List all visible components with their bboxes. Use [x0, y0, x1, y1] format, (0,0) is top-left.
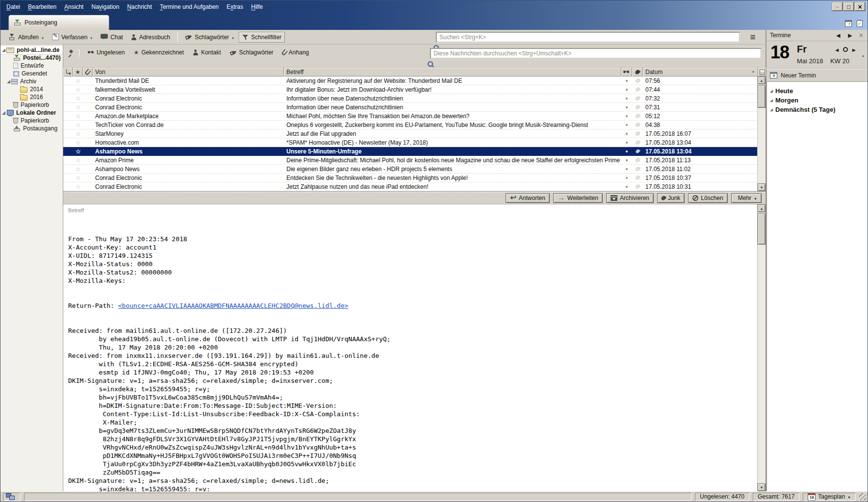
thread-column-header[interactable] — [63, 68, 73, 76]
star-toggle-icon[interactable] — [73, 86, 83, 93]
junk-toggle-icon[interactable] — [632, 158, 643, 162]
folder-item[interactable]: pohl-al...line.de — [0, 46, 63, 54]
folder-item[interactable]: 2014 — [0, 85, 63, 93]
unread-dot-icon[interactable] — [621, 98, 632, 100]
sender-column-header[interactable]: Von — [93, 68, 284, 76]
message-row[interactable]: Amazon Prime Deine Prime-Mitgliedschaft:… — [63, 156, 757, 165]
search-icon[interactable] — [428, 61, 434, 68]
global-search-input[interactable] — [436, 32, 740, 43]
twisty-icon[interactable] — [2, 111, 5, 115]
star-toggle-icon[interactable] — [73, 130, 83, 137]
message-row[interactable]: Thunderbird Mail DE Aktivierung der Regi… — [63, 76, 757, 85]
scrollbar-thumb[interactable] — [758, 213, 766, 245]
reply-button[interactable]: Antworten — [506, 193, 550, 203]
tags-button[interactable]: Schlagwörter — [182, 32, 238, 43]
unread-dot-icon[interactable] — [621, 106, 632, 108]
message-pane-scrollbar[interactable] — [757, 204, 766, 491]
next-day-button[interactable] — [852, 46, 856, 53]
message-list-scrollbar[interactable] — [757, 76, 766, 191]
junk-toggle-icon[interactable] — [632, 167, 643, 171]
message-row[interactable]: TechTicker von Conrad.de Oneplus 6 vorge… — [63, 121, 757, 129]
filter-unread-button[interactable]: Ungelesen — [84, 48, 128, 57]
folder-item[interactable]: Postei...4470) — [0, 54, 63, 62]
star-toggle-icon[interactable] — [73, 77, 83, 84]
twisty-icon[interactable] — [2, 49, 5, 52]
scroll-down-button[interactable] — [758, 183, 766, 191]
archive-button[interactable]: Archivieren — [606, 193, 654, 203]
message-row[interactable]: Ashampoo News Die eigenen Bilder ganz ne… — [63, 165, 757, 174]
chevron-down-icon[interactable] — [231, 34, 234, 41]
scroll-down-button[interactable] — [758, 483, 766, 491]
more-button[interactable]: Mehr — [731, 193, 762, 203]
menu-item[interactable]: Bearbeiten — [24, 2, 60, 12]
scrollbar-thumb[interactable] — [758, 85, 766, 108]
attachment-column-header[interactable] — [83, 68, 93, 76]
junk-button[interactable]: Junk — [657, 193, 685, 203]
message-row[interactable]: Conrad Electronic Jetzt Zahlpause nutzen… — [63, 182, 757, 191]
twisty-icon[interactable] — [7, 80, 10, 83]
unread-dot-icon[interactable] — [621, 80, 632, 82]
addressbook-button[interactable]: Adressbuch — [128, 32, 174, 43]
twisty-icon[interactable] — [770, 90, 773, 93]
unread-dot-icon[interactable] — [621, 159, 632, 161]
app-menu-button[interactable] — [747, 32, 759, 43]
return-path-link[interactable]: <bounce+caAACIVLIAAAAOKABMDFNAAAAAAAACLE… — [118, 302, 349, 309]
today-circle-button[interactable] — [843, 47, 848, 52]
maximize-button[interactable] — [843, 2, 854, 11]
agenda-section[interactable]: Morgen — [767, 96, 868, 105]
folder-item[interactable]: Archiv — [0, 77, 63, 85]
folder-item[interactable]: Lokale Ordner — [0, 109, 63, 117]
folder-item[interactable]: Gesendet — [0, 70, 63, 77]
folder-item[interactable]: Papierkorb — [0, 101, 63, 109]
chevron-down-icon[interactable] — [862, 52, 865, 59]
junk-toggle-icon[interactable] — [632, 176, 643, 180]
filter-tags-button[interactable]: Schlagwörter — [227, 48, 277, 57]
junk-toggle-icon[interactable] — [632, 114, 643, 118]
filter-attachment-button[interactable]: Anhang — [279, 48, 312, 57]
get-mail-button[interactable]: Abrufen — [4, 32, 48, 43]
star-toggle-icon[interactable] — [73, 148, 83, 155]
dayplan-toggle-button[interactable]: 18 Tagesplan — [803, 493, 856, 501]
star-column-header[interactable] — [73, 68, 83, 76]
star-toggle-icon[interactable] — [73, 175, 83, 181]
chat-button[interactable]: Chat — [97, 32, 126, 43]
junk-toggle-icon[interactable] — [632, 131, 643, 136]
filter-starred-button[interactable]: Gekennzeichnet — [130, 48, 187, 57]
previous-arrow-button[interactable] — [834, 32, 842, 39]
folder-item[interactable]: Entwürfe — [0, 62, 63, 70]
menu-item[interactable]: Hilfe — [247, 2, 267, 12]
message-row[interactable]: Conrad Electronic Information über neue … — [63, 103, 757, 112]
unread-dot-icon[interactable] — [621, 115, 632, 117]
date-column-header[interactable]: Datum — [643, 68, 758, 76]
star-toggle-icon[interactable] — [73, 95, 83, 102]
star-toggle-icon[interactable] — [73, 113, 83, 120]
column-picker-button[interactable] — [758, 68, 766, 76]
unread-dot-icon[interactable] — [621, 177, 632, 179]
folder-item[interactable]: Papierkorb — [0, 117, 63, 125]
menu-item[interactable]: Navigation — [87, 2, 123, 12]
pin-icon[interactable] — [67, 50, 74, 56]
unread-dot-icon[interactable] — [621, 142, 632, 144]
star-toggle-icon[interactable] — [73, 139, 83, 146]
folder-item[interactable]: 2016 — [0, 93, 63, 101]
filter-contact-button[interactable]: Kontakt — [189, 48, 225, 57]
junk-toggle-icon[interactable] — [632, 123, 643, 127]
scroll-up-button[interactable] — [758, 204, 766, 212]
menu-item[interactable]: Datei — [2, 2, 24, 12]
twisty-icon[interactable] — [770, 99, 773, 102]
menu-item[interactable]: Extras — [223, 2, 247, 12]
quick-filter-search-input[interactable] — [430, 48, 762, 59]
agenda-section[interactable]: Demnächst (5 Tage) — [767, 105, 868, 114]
message-row[interactable]: Conrad Electronic Information über neue … — [63, 94, 757, 103]
twisty-icon[interactable] — [770, 108, 773, 111]
quickfilter-toggle-button[interactable]: Schnellfilter — [239, 32, 285, 43]
junk-toggle-icon[interactable] — [632, 96, 643, 100]
agenda-section[interactable]: Heute — [767, 86, 868, 96]
new-event-button[interactable]: Neuer Termin — [766, 69, 868, 82]
message-row[interactable]: falkemedia Vorteilswelt Ihr digitaler Bo… — [63, 85, 757, 94]
calendar-tab-button[interactable] — [845, 20, 852, 27]
star-toggle-icon[interactable] — [73, 183, 83, 190]
chevron-down-icon[interactable] — [90, 34, 93, 41]
unread-column-header[interactable] — [621, 68, 632, 76]
minimize-button[interactable] — [832, 2, 842, 11]
